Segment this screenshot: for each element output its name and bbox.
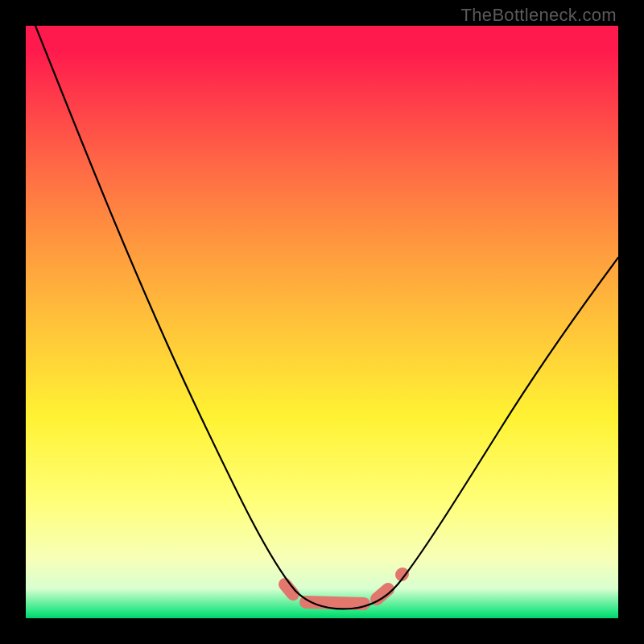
plot-area (26, 26, 618, 618)
bottleneck-curve (35, 26, 618, 609)
curve-svg (26, 26, 618, 618)
trough-highlight-group (285, 574, 402, 604)
outer-frame: TheBottleneck.com (0, 0, 644, 644)
watermark-text: TheBottleneck.com (461, 5, 617, 26)
trough-marker-dot-1 (402, 574, 402, 575)
